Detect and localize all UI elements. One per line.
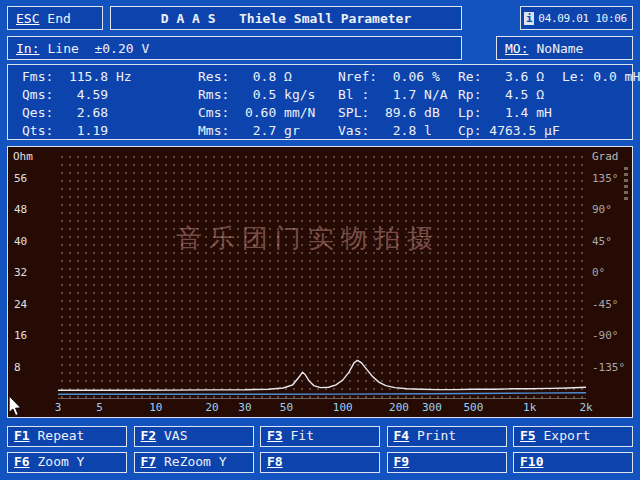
y-axis-tick-label: 32 (14, 266, 27, 279)
impedance-chart: Ohm Grad 音乐团门实物拍摄 8162432404856135°90°45… (7, 146, 633, 418)
input-label: In: (16, 41, 39, 56)
fkey-label: Export (536, 428, 591, 443)
y-axis-tick-label: 24 (14, 298, 27, 311)
param-cell: SPL: 89.6 dB (338, 104, 458, 122)
x-axis-tick-label: 300 (422, 401, 442, 414)
fkey-hotkey: F7 (141, 454, 157, 469)
x-axis-tick-label: 200 (389, 401, 409, 414)
fkey-hotkey: F1 (14, 428, 30, 443)
fkey-f10-button[interactable]: F10 (513, 452, 633, 473)
param-cell: Re: 3.6 Ω (458, 68, 562, 86)
curves-svg (58, 153, 586, 399)
param-cell: Mms: 2.7 gr (198, 122, 338, 140)
phase-axis-tick-label: 0° (592, 266, 605, 279)
function-key-row-1: F1 RepeatF2 VASF3 FitF4 PrintF5 Export (7, 426, 633, 447)
x-axis-tick-label: 1k (523, 401, 536, 414)
fkey-f1-button[interactable]: F1 Repeat (7, 426, 127, 447)
input-value: Line ±0.20 V (47, 41, 149, 56)
param-cell: Cms: 0.60 mm/N (198, 104, 338, 122)
fkey-hotkey: F4 (394, 428, 410, 443)
fkey-label: Repeat (30, 428, 85, 443)
x-axis-tick-label: 500 (463, 401, 483, 414)
phase-axis-title: Grad (592, 150, 619, 163)
x-axis-tick-label: 100 (333, 401, 353, 414)
phase-axis-tick-label: -90° (592, 329, 619, 342)
fkey-hotkey: F10 (520, 454, 543, 469)
y-axis-tick-label: 16 (14, 329, 27, 342)
model-label: MO: (505, 41, 528, 56)
fkey-f7-button[interactable]: F7 ReZoom Y (134, 452, 254, 473)
x-axis-tick-label: 5 (96, 401, 103, 414)
fkey-hotkey: F2 (141, 428, 157, 443)
param-cell: Res: 0.8 Ω (198, 68, 338, 86)
chart-canvas: Ohm Grad 音乐团门实物拍摄 8162432404856135°90°45… (8, 147, 632, 417)
plot-marker (624, 167, 628, 203)
mouse-cursor (8, 396, 23, 417)
model-value: NoName (536, 41, 583, 56)
fkey-f5-button[interactable]: F5 Export (513, 426, 633, 447)
fkey-f4-button[interactable]: F4 Print (387, 426, 507, 447)
x-axis-tick-label: 3 (55, 401, 62, 414)
y-axis-tick-label: 40 (14, 235, 27, 248)
x-axis-tick-label: 30 (238, 401, 251, 414)
fkey-label: Zoom Y (30, 454, 85, 469)
phase-axis-tick-label: 45° (592, 235, 612, 248)
phase-axis-tick-label: 135° (592, 172, 619, 185)
fkey-hotkey: F3 (267, 428, 283, 443)
phase-axis-tick-label: -135° (592, 361, 625, 374)
fkey-label: Print (409, 428, 456, 443)
y-axis-tick-label: 8 (14, 361, 21, 374)
esc-button[interactable]: ESC End (7, 6, 103, 30)
fkey-label: Fit (283, 428, 314, 443)
x-axis-tick-label: 10 (149, 401, 162, 414)
param-cell: Le: 0.0 mH (562, 68, 640, 86)
param-cell: Cp: 4763.5 µF (458, 122, 562, 140)
fkey-hotkey: F6 (14, 454, 30, 469)
ts-parameter-panel: Fms: 115.8 HzRes: 0.8 ΩNref: 0.06 %Re: 3… (7, 64, 633, 140)
param-cell (562, 122, 640, 140)
x-axis-tick-label: 50 (280, 401, 293, 414)
fkey-hotkey: F9 (394, 454, 410, 469)
title-bar: D A A S Thiele Small Parameter (110, 6, 462, 30)
y-axis-tick-label: 48 (14, 203, 27, 216)
param-cell: Nref: 0.06 % (338, 68, 458, 86)
esc-action-text: End (47, 11, 70, 26)
param-cell: Vas: 2.8 l (338, 122, 458, 140)
param-cell: Bl : 1.7 N/A (338, 86, 458, 104)
param-cell: Qms: 4.59 (22, 86, 198, 104)
fkey-label: ReZoom Y (156, 454, 226, 469)
param-cell: Qts: 1.19 (22, 122, 198, 140)
photo-watermark: 音乐团门实物拍摄 (176, 221, 440, 256)
param-cell (562, 86, 640, 104)
param-cell (562, 104, 640, 122)
phase-axis-tick-label: 90° (592, 203, 612, 216)
page-title: D A A S Thiele Small Parameter (161, 11, 411, 26)
x-axis-tick-label: 20 (205, 401, 218, 414)
param-cell: Rp: 4.5 Ω (458, 86, 562, 104)
function-key-row-2: F6 Zoom YF7 ReZoom YF8F9F10 (7, 452, 633, 473)
param-cell: Fms: 115.8 Hz (22, 68, 198, 86)
esc-action-label (39, 11, 47, 26)
info-icon: i (524, 12, 534, 25)
y-axis-tick-label: 56 (14, 172, 27, 185)
plot-area[interactable] (58, 153, 586, 399)
param-cell: Lp: 1.4 mH (458, 104, 562, 122)
input-settings-bar[interactable]: In: Line ±0.20 V (7, 36, 462, 60)
param-cell: Qes: 2.68 (22, 104, 198, 122)
model-bar[interactable]: MO: NoName (496, 36, 633, 60)
fkey-hotkey: F5 (520, 428, 536, 443)
fkey-hotkey: F8 (267, 454, 283, 469)
reference-curve (58, 393, 586, 395)
fkey-f6-button[interactable]: F6 Zoom Y (7, 452, 127, 473)
fkey-f9-button[interactable]: F9 (387, 452, 507, 473)
phase-axis-tick-label: -45° (592, 298, 619, 311)
y-axis-title: Ohm (13, 150, 33, 163)
fkey-f8-button[interactable]: F8 (260, 452, 380, 473)
info-datetime-box[interactable]: i 04.09.01 10:06 (520, 6, 633, 30)
fkey-f3-button[interactable]: F3 Fit (260, 426, 380, 447)
fkey-f2-button[interactable]: F2 VAS (134, 426, 254, 447)
impedance-curve (58, 360, 586, 390)
fkey-label: VAS (156, 428, 187, 443)
esc-key-label: ESC (16, 11, 39, 26)
datetime-label: 04.09.01 10:06 (538, 12, 627, 25)
